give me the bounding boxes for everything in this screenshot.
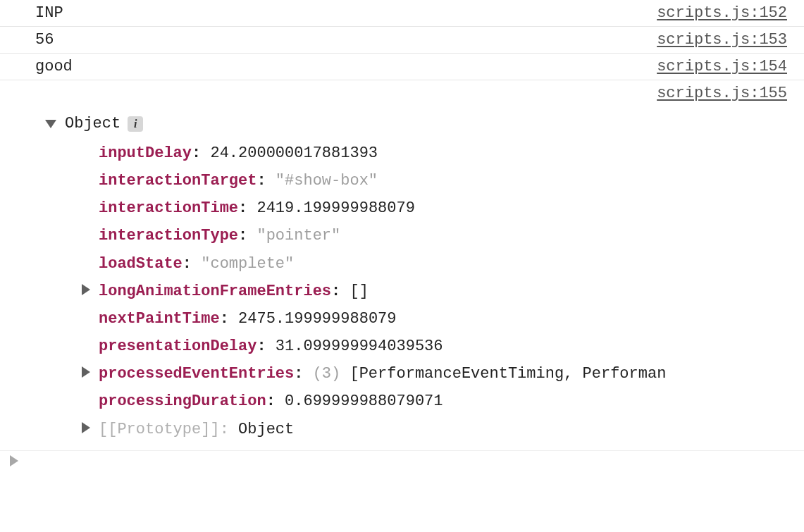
prop-key: processedEventEntries <box>99 365 294 383</box>
log-source-link[interactable]: scripts.js:153 <box>657 31 787 49</box>
prop-key: loadState <box>99 255 183 273</box>
console-prompt[interactable] <box>0 450 804 472</box>
prop-key: presentationDelay <box>99 338 256 355</box>
prop-loadState: loadState: "complete" <box>80 250 787 278</box>
prop-processedEventEntries[interactable]: processedEventEntries: (3) [PerformanceE… <box>80 360 787 388</box>
object-label: Object <box>65 115 120 132</box>
prop-interactionTime: interactionTime: 2419.199999988079 <box>80 194 787 222</box>
array-count: (3) <box>313 365 341 383</box>
prop-processingDuration: processingDuration: 0.699999988079071 <box>80 388 787 415</box>
object-log-row: scripts.js:155 Object i inputDelay: 24.2… <box>0 80 804 450</box>
prop-key: processingDuration <box>99 392 266 410</box>
prop-value: 2419.199999988079 <box>256 199 414 217</box>
log-row: 56 scripts.js:153 <box>0 26 804 53</box>
log-row: good scripts.js:154 <box>0 53 804 80</box>
prop-interactionType: interactionType: "pointer" <box>80 222 787 249</box>
prop-longAnimationFrameEntries[interactable]: longAnimationFrameEntries: [] <box>80 278 787 305</box>
log-source-link[interactable]: scripts.js:154 <box>657 58 787 75</box>
console-panel: INP scripts.js:152 56 scripts.js:153 goo… <box>0 0 804 472</box>
prop-key: interactionTarget <box>99 172 256 190</box>
object-header[interactable]: Object i <box>35 115 787 132</box>
log-value: 56 <box>35 31 54 49</box>
prop-value: "complete" <box>201 255 294 273</box>
log-source-link[interactable]: scripts.js:155 <box>657 85 787 102</box>
prop-value: [PerformanceEventTiming, Performan <box>350 365 666 383</box>
disclosure-triangle-closed-icon[interactable] <box>82 366 90 378</box>
log-value: good <box>35 58 73 75</box>
prop-value: 0.699999988079071 <box>285 392 443 410</box>
log-value: INP <box>35 4 63 22</box>
prop-nextPaintTime: nextPaintTime: 2475.199999988079 <box>80 305 787 333</box>
prop-key: interactionTime <box>99 199 238 217</box>
prop-key: [[Prototype]] <box>99 421 220 438</box>
prop-key: longAnimationFrameEntries <box>99 283 331 300</box>
object-properties: inputDelay: 24.200000017881393 interacti… <box>35 132 787 443</box>
prop-prototype[interactable]: [[Prototype]]: Object <box>80 416 787 443</box>
prop-key: inputDelay <box>99 144 192 162</box>
prop-interactionTarget: interactionTarget: "#show-box" <box>80 167 787 194</box>
prop-presentationDelay: presentationDelay: 31.099999994039536 <box>80 333 787 360</box>
disclosure-triangle-open-icon[interactable] <box>45 120 56 128</box>
prop-inputDelay: inputDelay: 24.200000017881393 <box>80 140 787 167</box>
prop-value: 31.099999994039536 <box>276 338 443 355</box>
prop-value: 2475.199999988079 <box>238 310 396 328</box>
prop-value: [] <box>350 283 368 300</box>
prop-key: nextPaintTime <box>99 310 220 328</box>
prop-value: 24.200000017881393 <box>210 144 378 162</box>
disclosure-triangle-closed-icon[interactable] <box>82 284 90 295</box>
prop-value: "pointer" <box>256 227 340 245</box>
chevron-right-icon <box>10 455 18 466</box>
log-source-link[interactable]: scripts.js:152 <box>657 4 787 22</box>
object-log-source: scripts.js:155 <box>35 85 787 115</box>
prop-key: interactionType <box>99 227 238 245</box>
log-row: INP scripts.js:152 <box>0 0 804 26</box>
info-icon[interactable]: i <box>128 116 143 132</box>
disclosure-triangle-closed-icon[interactable] <box>82 422 90 433</box>
prop-value: "#show-box" <box>276 172 378 190</box>
prop-value: Object <box>238 421 294 438</box>
